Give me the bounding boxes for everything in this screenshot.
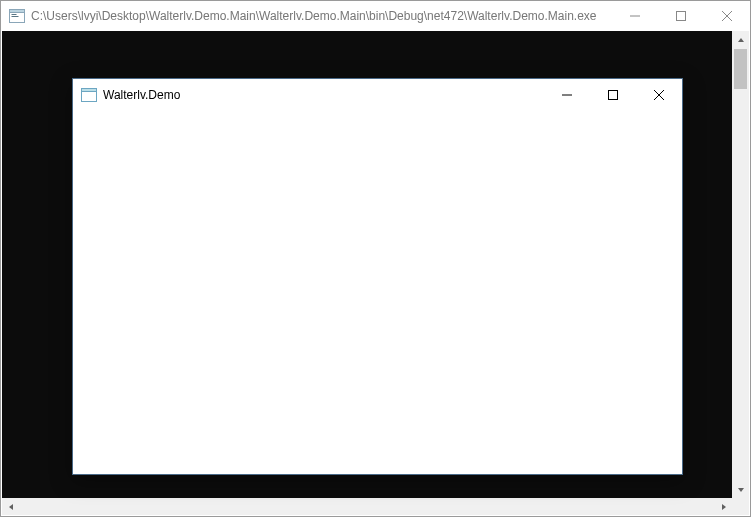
outer-window-title: C:\Users\lvyi\Desktop\Walterlv.Demo.Main… <box>31 9 597 23</box>
svg-marker-11 <box>722 504 726 510</box>
outer-window-controls <box>612 1 750 31</box>
inner-window-controls <box>544 79 682 110</box>
inner-minimize-button[interactable] <box>544 79 590 110</box>
scrollbar-corner <box>732 498 749 515</box>
svg-rect-5 <box>677 12 686 21</box>
svg-marker-9 <box>738 488 744 492</box>
inner-close-button[interactable] <box>636 79 682 110</box>
svg-rect-3 <box>12 16 19 17</box>
inner-client-area <box>73 110 682 474</box>
outer-close-button[interactable] <box>704 1 750 31</box>
svg-rect-2 <box>12 14 17 15</box>
svg-marker-10 <box>9 504 13 510</box>
outer-vertical-scrollbar[interactable] <box>732 31 749 498</box>
outer-horizontal-scrollbar[interactable] <box>2 498 732 515</box>
console-app-icon <box>9 8 25 24</box>
inner-app-icon <box>81 87 97 103</box>
inner-app-window: Walterlv.Demo <box>72 78 683 475</box>
svg-rect-13 <box>82 88 97 91</box>
svg-rect-15 <box>609 90 618 99</box>
vertical-scroll-thumb[interactable] <box>734 49 747 89</box>
svg-rect-1 <box>10 10 25 13</box>
inner-titlebar[interactable]: Walterlv.Demo <box>73 79 682 110</box>
outer-maximize-button[interactable] <box>658 1 704 31</box>
outer-titlebar[interactable]: C:\Users\lvyi\Desktop\Walterlv.Demo.Main… <box>1 1 750 31</box>
scroll-down-arrow-icon[interactable] <box>732 481 749 498</box>
scroll-up-arrow-icon[interactable] <box>732 31 749 48</box>
scroll-left-arrow-icon[interactable] <box>2 498 19 515</box>
scroll-right-arrow-icon[interactable] <box>715 498 732 515</box>
inner-window-title: Walterlv.Demo <box>103 88 180 102</box>
outer-minimize-button[interactable] <box>612 1 658 31</box>
outer-console-window: C:\Users\lvyi\Desktop\Walterlv.Demo.Main… <box>0 0 751 517</box>
inner-maximize-button[interactable] <box>590 79 636 110</box>
svg-marker-8 <box>738 38 744 42</box>
